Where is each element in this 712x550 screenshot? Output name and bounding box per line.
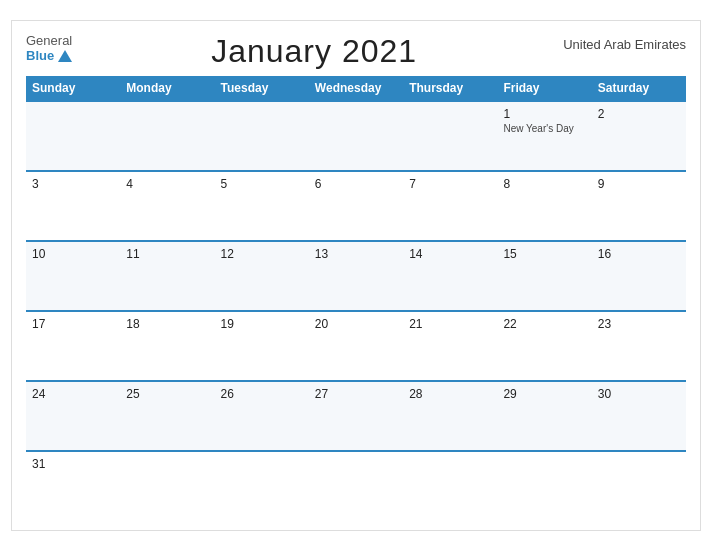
- week-row: 10 11 12 13 14 15 16: [26, 240, 686, 310]
- dow-saturday: Saturday: [592, 76, 686, 100]
- month-year-heading: January 2021: [72, 33, 556, 70]
- date-number: 26: [221, 387, 303, 401]
- cal-cell: 30: [592, 382, 686, 450]
- date-number: 5: [221, 177, 303, 191]
- date-number: 15: [503, 247, 585, 261]
- date-number: 31: [32, 457, 114, 471]
- dow-wednesday: Wednesday: [309, 76, 403, 100]
- date-number: 12: [221, 247, 303, 261]
- date-number: 11: [126, 247, 208, 261]
- cal-cell: 5: [215, 172, 309, 240]
- cal-cell: 12: [215, 242, 309, 310]
- cal-cell: 13: [309, 242, 403, 310]
- cal-cell: [120, 452, 214, 520]
- date-number: 27: [315, 387, 397, 401]
- date-number: 30: [598, 387, 680, 401]
- cal-cell: 18: [120, 312, 214, 380]
- cal-cell: [497, 452, 591, 520]
- cal-cell: 20: [309, 312, 403, 380]
- cal-cell: 17: [26, 312, 120, 380]
- date-number: 24: [32, 387, 114, 401]
- calendar-title: January 2021: [72, 33, 556, 70]
- date-number: 14: [409, 247, 491, 261]
- week-row: 1 New Year's Day 2: [26, 100, 686, 170]
- dow-monday: Monday: [120, 76, 214, 100]
- logo-blue-text: Blue: [26, 48, 54, 64]
- cal-cell: 3: [26, 172, 120, 240]
- date-number: 13: [315, 247, 397, 261]
- calendar-header: General Blue January 2021 United Arab Em…: [26, 33, 686, 70]
- date-number: 8: [503, 177, 585, 191]
- cal-cell: 31: [26, 452, 120, 520]
- date-number: 17: [32, 317, 114, 331]
- calendar-container: General Blue January 2021 United Arab Em…: [11, 20, 701, 531]
- logo-triangle-icon: [58, 50, 72, 62]
- cal-cell: 6: [309, 172, 403, 240]
- cal-cell: 21: [403, 312, 497, 380]
- date-number: 10: [32, 247, 114, 261]
- week-row: 17 18 19 20 21 22 23: [26, 310, 686, 380]
- cal-cell: 14: [403, 242, 497, 310]
- week-row: 24 25 26 27 28 29 30: [26, 380, 686, 450]
- cal-cell: 29: [497, 382, 591, 450]
- date-number: 25: [126, 387, 208, 401]
- cal-cell: 26: [215, 382, 309, 450]
- date-number: 3: [32, 177, 114, 191]
- week-row: 31: [26, 450, 686, 520]
- cal-cell: [215, 102, 309, 170]
- cal-cell: 23: [592, 312, 686, 380]
- cal-event-new-years: New Year's Day: [503, 123, 585, 134]
- cal-cell: [120, 102, 214, 170]
- date-number: 16: [598, 247, 680, 261]
- date-number: 2: [598, 107, 680, 121]
- country-label: United Arab Emirates: [556, 33, 686, 52]
- cal-cell: [403, 102, 497, 170]
- days-of-week-header: Sunday Monday Tuesday Wednesday Thursday…: [26, 76, 686, 100]
- date-number: 1: [503, 107, 585, 121]
- cal-cell: [309, 452, 403, 520]
- calendar-grid: 1 New Year's Day 2 3 4 5 6 7 8 9 10 11 1…: [26, 100, 686, 520]
- week-row: 3 4 5 6 7 8 9: [26, 170, 686, 240]
- cal-cell: 28: [403, 382, 497, 450]
- cal-cell: 27: [309, 382, 403, 450]
- date-number: 4: [126, 177, 208, 191]
- date-number: 18: [126, 317, 208, 331]
- dow-sunday: Sunday: [26, 76, 120, 100]
- cal-cell: 4: [120, 172, 214, 240]
- cal-cell: 25: [120, 382, 214, 450]
- date-number: 22: [503, 317, 585, 331]
- logo-general-text: General: [26, 33, 72, 49]
- cal-cell: 11: [120, 242, 214, 310]
- date-number: 23: [598, 317, 680, 331]
- cal-cell: 24: [26, 382, 120, 450]
- cal-cell-jan1: 1 New Year's Day: [497, 102, 591, 170]
- cal-cell: 22: [497, 312, 591, 380]
- date-number: 9: [598, 177, 680, 191]
- cal-cell: 9: [592, 172, 686, 240]
- cal-cell: [215, 452, 309, 520]
- cal-cell-jan2: 2: [592, 102, 686, 170]
- date-number: 6: [315, 177, 397, 191]
- cal-cell: [592, 452, 686, 520]
- cal-cell: 7: [403, 172, 497, 240]
- date-number: 19: [221, 317, 303, 331]
- cal-cell: [26, 102, 120, 170]
- dow-friday: Friday: [497, 76, 591, 100]
- cal-cell: 19: [215, 312, 309, 380]
- dow-tuesday: Tuesday: [215, 76, 309, 100]
- logo: General Blue: [26, 33, 72, 64]
- cal-cell: 8: [497, 172, 591, 240]
- cal-cell: 15: [497, 242, 591, 310]
- logo-blue-row: Blue: [26, 48, 72, 64]
- date-number: 29: [503, 387, 585, 401]
- date-number: 21: [409, 317, 491, 331]
- cal-cell: 10: [26, 242, 120, 310]
- cal-cell: 16: [592, 242, 686, 310]
- date-number: 7: [409, 177, 491, 191]
- dow-thursday: Thursday: [403, 76, 497, 100]
- cal-cell: [309, 102, 403, 170]
- cal-cell: [403, 452, 497, 520]
- date-number: 28: [409, 387, 491, 401]
- date-number: 20: [315, 317, 397, 331]
